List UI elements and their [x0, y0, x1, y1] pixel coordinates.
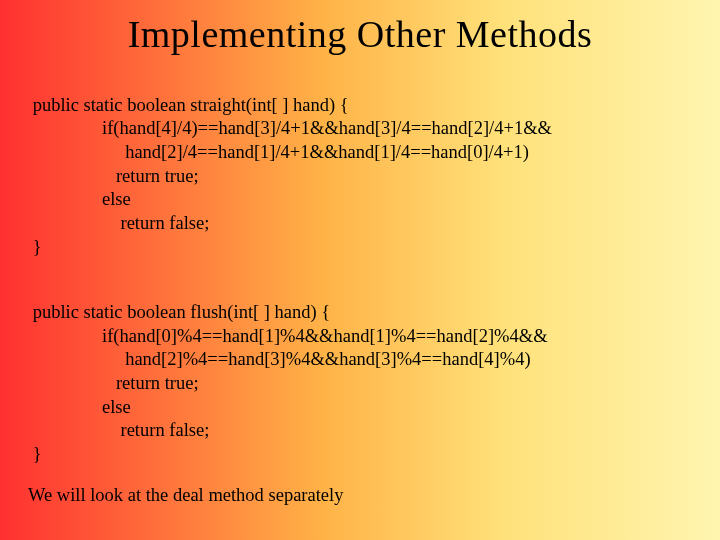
code-block-flush: public static boolean flush(int[ ] hand)…: [28, 277, 692, 466]
code-line: return true;: [28, 166, 199, 186]
code-line: }: [28, 444, 42, 464]
code-line: if(hand[0]%4==hand[1]%4&&hand[1]%4==hand…: [28, 326, 548, 346]
code-line: public static boolean straight(int[ ] ha…: [28, 95, 349, 115]
code-line: hand[2]/4==hand[1]/4+1&&hand[1]/4==hand[…: [28, 142, 529, 162]
code-line: return true;: [28, 373, 199, 393]
code-line: hand[2]%4==hand[3]%4&&hand[3]%4==hand[4]…: [28, 349, 531, 369]
code-line: return false;: [28, 420, 209, 440]
code-line: return false;: [28, 213, 209, 233]
slide: Implementing Other Methods public static…: [0, 0, 720, 540]
slide-title: Implementing Other Methods: [28, 12, 692, 56]
code-block-straight: public static boolean straight(int[ ] ha…: [28, 70, 692, 259]
code-line: else: [28, 397, 131, 417]
code-line: else: [28, 189, 131, 209]
code-line: public static boolean flush(int[ ] hand)…: [28, 302, 330, 322]
code-line: }: [28, 237, 42, 257]
code-line: if(hand[4]/4)==hand[3]/4+1&&hand[3]/4==h…: [28, 118, 552, 138]
footer-text: We will look at the deal method separate…: [28, 485, 692, 506]
